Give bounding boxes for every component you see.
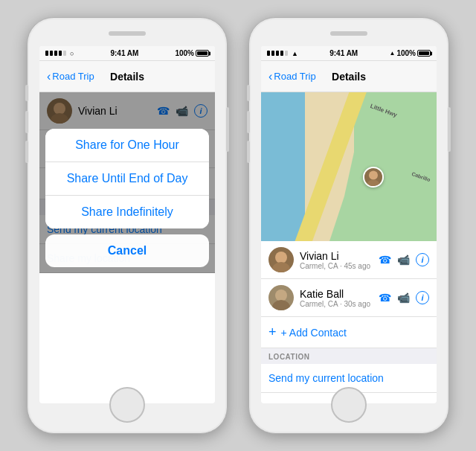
action-share-one-hour[interactable]: Share for One Hour bbox=[45, 129, 209, 162]
add-contact-label-2: + Add Contact bbox=[281, 327, 347, 339]
katie-call-icon-2[interactable]: ☎ bbox=[379, 292, 391, 304]
map-view: Little Hwy Cabrillo bbox=[261, 92, 437, 241]
phone-2-power-button bbox=[448, 107, 451, 152]
phone-2-back-label: Road Trip bbox=[274, 71, 315, 82]
action-sheet-overlay: Share for One Hour Share Until End of Da… bbox=[39, 92, 215, 273]
vivian-sub-2: Carmel, CA · 45s ago bbox=[300, 262, 379, 270]
back-arrow-icon: ‹ bbox=[47, 70, 51, 83]
phone-1-battery: 100% bbox=[175, 49, 209, 57]
katie-info-icon-2[interactable]: i bbox=[416, 291, 429, 304]
vivian-call-icon-2[interactable]: ☎ bbox=[379, 254, 391, 266]
action-share-indefinitely[interactable]: Share Indefinitely bbox=[45, 196, 209, 228]
vivian-actions-2: ☎ 📹 i bbox=[379, 253, 429, 266]
map-pin-vivian bbox=[363, 167, 384, 188]
battery-percent: 100% bbox=[175, 49, 194, 57]
katie-sub-2: Carmel, CA · 30s ago bbox=[300, 300, 379, 308]
vivian-info-icon-2[interactable]: i bbox=[416, 253, 429, 266]
arrow-up-icon: ▲ bbox=[390, 50, 396, 57]
phone-2: ▲ 9:41 AM ▲ 100% ‹ Road Trip Details bbox=[248, 17, 449, 434]
phone-2-time: 9:41 AM bbox=[329, 49, 358, 57]
phone-2-mute-button bbox=[247, 85, 250, 101]
phone-1-vol-down-button bbox=[25, 141, 28, 163]
phone-2-contact-row-katie[interactable]: Katie Ball Carmel, CA · 30s ago ☎ 📹 i bbox=[261, 279, 437, 317]
back-arrow-icon-2: ‹ bbox=[268, 70, 272, 83]
plus-icon-2: + bbox=[268, 324, 277, 340]
signal-dots-2 bbox=[267, 51, 289, 56]
phone-1: ○ 9:41 AM 100% ‹ Road Trip Details bbox=[27, 17, 228, 434]
phone-2-battery: ▲ 100% bbox=[390, 49, 431, 57]
scene: ○ 9:41 AM 100% ‹ Road Trip Details bbox=[0, 0, 476, 451]
phone-2-status-bar: ▲ 9:41 AM ▲ 100% bbox=[261, 46, 437, 61]
battery-icon bbox=[196, 50, 209, 57]
phone-2-back-button[interactable]: ‹ Road Trip bbox=[268, 70, 316, 83]
action-items-group: Share for One Hour Share Until End of Da… bbox=[45, 129, 209, 228]
phone-1-back-button[interactable]: ‹ Road Trip bbox=[47, 70, 94, 83]
battery-percent-2: 100% bbox=[396, 49, 416, 57]
phone-1-signal: ○ bbox=[45, 50, 74, 57]
svg-point-9 bbox=[272, 300, 290, 310]
add-contact-row-2[interactable]: + + Add Contact bbox=[261, 317, 437, 348]
katie-name-2: Katie Ball bbox=[300, 288, 379, 300]
action-cancel-button[interactable]: Cancel bbox=[45, 234, 209, 267]
avatar-vivian-2 bbox=[268, 247, 294, 272]
svg-point-4 bbox=[369, 170, 378, 179]
map-label-highway: Little Hwy bbox=[370, 103, 399, 118]
phone-1-content: Vivian Li ☎ 📹 i Katie Bal bbox=[39, 92, 215, 273]
phone-1-time: 9:41 AM bbox=[110, 49, 138, 57]
katie-video-icon-2[interactable]: 📹 bbox=[397, 292, 410, 304]
phone-1-status-bar: ○ 9:41 AM 100% bbox=[39, 46, 215, 61]
phone-1-power-button bbox=[226, 107, 229, 152]
phone-1-vol-up-button bbox=[25, 111, 28, 133]
battery-icon-2 bbox=[417, 50, 431, 57]
wifi-icon-2: ▲ bbox=[292, 50, 298, 57]
phone-1-mute-button bbox=[25, 85, 28, 101]
phone-2-nav-title: Details bbox=[332, 71, 366, 83]
svg-point-8 bbox=[275, 290, 287, 301]
svg-point-5 bbox=[367, 179, 379, 188]
map-pin-vivian-avatar bbox=[364, 168, 382, 186]
avatar-katie-2 bbox=[268, 285, 294, 310]
phone-2-vol-up-button bbox=[247, 111, 250, 133]
phone-2-vol-down-button bbox=[247, 141, 250, 163]
phone-2-content: Vivian Li Carmel, CA · 45s ago ☎ 📹 i bbox=[261, 241, 437, 393]
map-label-road: Cabrillo bbox=[411, 171, 431, 182]
phone-1-back-label: Road Trip bbox=[52, 71, 94, 82]
phone-1-screen: ○ 9:41 AM 100% ‹ Road Trip Details bbox=[39, 46, 215, 403]
katie-actions-2: ☎ 📹 i bbox=[379, 291, 429, 304]
location-section-header-2: LOCATION bbox=[261, 348, 437, 364]
wifi-icon: ○ bbox=[70, 50, 74, 57]
svg-point-7 bbox=[272, 262, 290, 272]
signal-dots bbox=[45, 51, 67, 56]
svg-point-6 bbox=[275, 252, 287, 263]
phone-1-nav-title: Details bbox=[110, 71, 144, 83]
action-share-end-of-day[interactable]: Share Until End of Day bbox=[45, 162, 209, 196]
phone-2-contact-row-vivian[interactable]: Vivian Li Carmel, CA · 45s ago ☎ 📹 i bbox=[261, 241, 437, 279]
phone-2-signal: ▲ bbox=[267, 50, 298, 57]
send-current-location-link[interactable]: Send my current location bbox=[261, 364, 437, 393]
action-sheet: Share for One Hour Share Until End of Da… bbox=[39, 129, 215, 273]
vivian-name-2: Vivian Li bbox=[300, 250, 379, 262]
vivian-video-icon-2[interactable]: 📹 bbox=[397, 254, 410, 266]
phone-1-nav-bar: ‹ Road Trip Details bbox=[39, 61, 215, 92]
phone-2-screen: ▲ 9:41 AM ▲ 100% ‹ Road Trip Details bbox=[261, 46, 437, 403]
phone-2-nav-bar: ‹ Road Trip Details bbox=[261, 61, 437, 92]
send-current-location-label: Send my current location bbox=[268, 372, 384, 384]
